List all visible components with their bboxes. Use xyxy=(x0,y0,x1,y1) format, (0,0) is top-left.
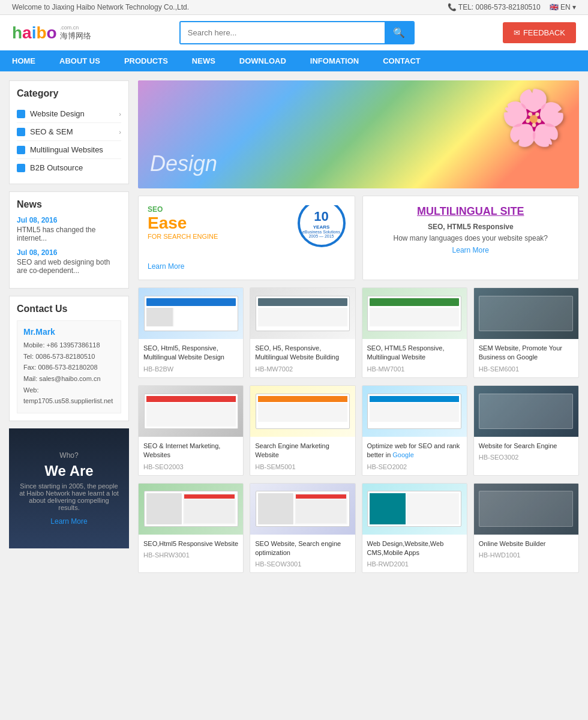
we-are-desc: Since starting in 2005, the people at Ha… xyxy=(18,482,120,511)
top-bar: Welcome to Jiaxing Haibo Network Technol… xyxy=(0,0,588,15)
feedback-button[interactable]: ✉ FEEDBACK xyxy=(503,22,576,43)
feature-row: 10 YEARS eBusiness Solutions 2005 — 2015… xyxy=(138,196,579,280)
product-code: HB-RWD2001 xyxy=(367,560,462,568)
category-icon xyxy=(17,110,25,118)
product-grid-2: SEO & Internet Marketing, Websites HB-SE… xyxy=(138,385,579,476)
badge-dates: 2005 — 2015 xyxy=(308,234,334,238)
header: haibo .com.cn 海博网络 🔍 ✉ FEEDBACK xyxy=(0,15,588,50)
product-name: SEO,Html5 Responsive Website xyxy=(143,539,238,548)
product-image xyxy=(362,288,467,339)
news-date-1[interactable]: Jul 08, 2016 xyxy=(17,216,121,224)
chevron-down-icon: ▾ xyxy=(572,3,576,11)
product-image xyxy=(474,484,578,535)
product-card[interactable]: Optimize web for SEO and rank better in … xyxy=(362,385,467,476)
nav-contact[interactable]: CONTACT xyxy=(371,50,433,71)
search-input[interactable] xyxy=(181,22,385,43)
category-box: Category Website Design › SEO & SEM › Mu… xyxy=(9,80,129,184)
nav-products[interactable]: PRODUCTS xyxy=(112,50,180,71)
product-code: HB-B2BW xyxy=(143,365,238,373)
product-code: HB-SEM6001 xyxy=(479,365,574,373)
sidebar-label: Multilingual Websites xyxy=(30,145,103,154)
product-card[interactable]: Website for Search Engine HB-SEO3002 xyxy=(473,385,579,476)
nav-download[interactable]: DOWNLOAD xyxy=(227,50,298,71)
nav-home[interactable]: HOME xyxy=(0,50,47,71)
sidebar-item-seo-sem[interactable]: SEO & SEM › xyxy=(17,123,121,141)
badge-num: 10 xyxy=(314,209,328,224)
product-grid-3: SEO,Html5 Responsive Website HB-SHRW3001 xyxy=(138,483,579,574)
contact-tel: Tel: 0086-573-82180510 xyxy=(23,351,115,362)
seo-learn-more[interactable]: Learn More xyxy=(148,262,346,271)
product-name: SEO, HTML5 Responsive, Multilingual Webs… xyxy=(367,344,462,362)
news-text-1: HTML5 has changed the internet... xyxy=(17,226,121,242)
multilingual-learn-more[interactable]: Learn More xyxy=(452,246,489,254)
product-image xyxy=(362,386,467,437)
product-name: Web Design,Website,Web CMS,Mobile Apps xyxy=(367,539,462,558)
category-icon xyxy=(17,164,25,172)
contact-name: Mr.Mark xyxy=(23,327,115,337)
product-card[interactable]: SEO, H5, Responsive, Multilingual Websit… xyxy=(250,287,355,378)
sidebar-label: Website Design xyxy=(30,109,85,118)
contact-fax: Fax: 0086-573-82180208 xyxy=(23,362,115,373)
lang-label: EN xyxy=(560,3,571,11)
news-item-2: Jul 08, 2016 SEO and web designing both … xyxy=(17,248,121,275)
lang-selector[interactable]: 🇬🇧 EN ▾ xyxy=(550,3,576,11)
logo-cn: 海博网络 xyxy=(60,31,91,41)
main-nav: HOME ABOUT US PRODUCTS NEWS DOWNLOAD INF… xyxy=(0,50,588,71)
product-name: Website for Search Engine xyxy=(479,442,574,451)
contact-box: Contact Us Mr.Mark Mobile: +86 139573861… xyxy=(9,296,129,421)
feedback-icon: ✉ xyxy=(514,28,520,37)
arrow-icon: › xyxy=(119,110,121,118)
product-card[interactable]: SEO, HTML5 Responsive, Multilingual Webs… xyxy=(362,287,467,378)
sidebar-item-multilingual[interactable]: Multilingual Websites xyxy=(17,141,121,159)
welcome-text: Welcome to Jiaxing Haibo Network Technol… xyxy=(12,3,189,11)
product-image xyxy=(139,386,243,437)
contact-mobile: Mobile: +86 13957386118 xyxy=(23,340,115,351)
multilingual-feature-card: MULTILINGUAL SITE SEO, HTML5 Responsive … xyxy=(362,196,580,280)
badge-solution: eBusiness Solutions xyxy=(302,230,340,234)
product-card[interactable]: SEO, Html5, Responsive, Multilingual Web… xyxy=(138,287,244,378)
seo-badge: 10 YEARS eBusiness Solutions 2005 — 2015 xyxy=(298,205,346,247)
seo-feature-card: 10 YEARS eBusiness Solutions 2005 — 2015… xyxy=(138,196,355,280)
logo: haibo .com.cn 海博网络 xyxy=(12,23,91,43)
contact-web: Web: temp1705.us58.supplierlist.net xyxy=(23,385,115,407)
flag-icon: 🇬🇧 xyxy=(550,3,559,11)
sidebar-item-b2b[interactable]: B2B Outsource xyxy=(17,159,121,176)
logo-o: o xyxy=(47,23,57,42)
search-bar[interactable]: 🔍 xyxy=(179,21,415,44)
hero-flower: 🌸 xyxy=(500,86,567,149)
product-card[interactable]: SEM Website, Promote Your Business on Go… xyxy=(473,287,579,378)
we-are-link[interactable]: Learn More xyxy=(50,517,87,526)
main-content: Category Website Design › SEO & SEM › Mu… xyxy=(0,71,588,589)
product-card[interactable]: SEO & Internet Marketing, Websites HB-SE… xyxy=(138,385,244,476)
we-are-title: We Are xyxy=(44,463,93,479)
news-title: News xyxy=(17,199,121,210)
content-area: 🌸 Design 10 YEARS eBusiness Solutions 20… xyxy=(138,80,579,580)
sidebar-item-website-design[interactable]: Website Design › xyxy=(17,105,121,123)
product-image xyxy=(474,386,578,437)
product-card[interactable]: Search Engine Marketing Website HB-SEM50… xyxy=(250,385,355,476)
search-button[interactable]: 🔍 xyxy=(385,22,413,43)
news-box: News Jul 08, 2016 HTML5 has changed the … xyxy=(9,191,129,289)
contact-mail: Mail: sales@haibo.com.cn xyxy=(23,373,115,385)
product-image xyxy=(474,288,578,339)
sidebar-label: SEO & SEM xyxy=(30,127,73,136)
nav-infomation[interactable]: INFOMATION xyxy=(298,50,371,71)
tel-info: 📞 TEL: 0086-573-82180510 xyxy=(448,3,541,11)
product-image xyxy=(250,288,355,339)
product-card[interactable]: Online Website Builder HB-HWD1001 xyxy=(473,483,579,574)
product-code: HB-SHRW3001 xyxy=(143,551,238,559)
logo-a: a xyxy=(22,23,32,42)
product-image xyxy=(250,386,355,437)
nav-about[interactable]: ABOUT US xyxy=(47,50,112,71)
product-card[interactable]: SEO,Html5 Responsive Website HB-SHRW3001 xyxy=(138,483,244,574)
nav-news[interactable]: NEWS xyxy=(180,50,227,71)
badge-years-label: YEARS xyxy=(313,224,330,230)
product-card[interactable]: SEO Website, Search engine optimization … xyxy=(250,483,355,574)
category-title: Category xyxy=(17,88,121,99)
product-image xyxy=(250,484,355,535)
news-date-2[interactable]: Jul 08, 2016 xyxy=(17,248,121,257)
product-card[interactable]: Web Design,Website,Web CMS,Mobile Apps H… xyxy=(362,483,467,574)
product-image xyxy=(362,484,467,535)
product-name: SEO & Internet Marketing, Websites xyxy=(143,442,238,460)
category-icon xyxy=(17,128,25,136)
